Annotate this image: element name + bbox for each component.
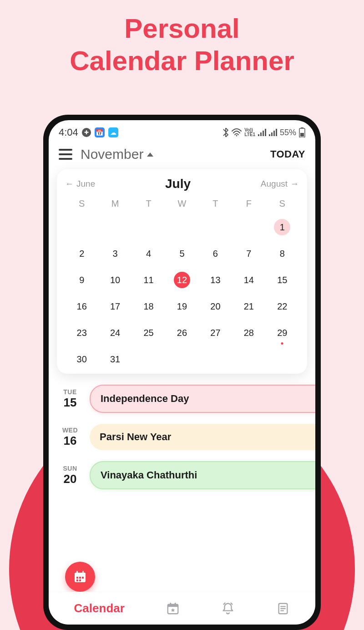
calendar-day[interactable]: 29 [266, 324, 299, 342]
event-row: TUE15Independence Day [58, 385, 315, 413]
calendar-month-nav: ← June July August → [65, 177, 299, 191]
calendar-day[interactable]: 31 [98, 350, 131, 368]
svg-rect-6 [271, 132, 273, 136]
svg-rect-15 [82, 571, 84, 574]
headline-line1: Personal [0, 13, 364, 45]
day-of-week-header: F [232, 196, 265, 210]
svg-rect-17 [79, 577, 81, 579]
nav-notes[interactable] [276, 602, 290, 615]
event-dow: TUE [58, 388, 82, 396]
event-day-number: 16 [58, 434, 82, 448]
event-dow: SUN [58, 465, 82, 472]
svg-rect-18 [82, 577, 84, 579]
status-time: 4:04 [59, 127, 78, 138]
day-of-week-header: T [199, 196, 232, 210]
next-month-label: August [261, 179, 288, 189]
arrow-right-icon: → [290, 179, 299, 189]
event-pill[interactable]: Vinayaka Chathurthi [90, 461, 315, 489]
calendar-day[interactable]: 2 [65, 244, 98, 263]
wifi-icon [232, 128, 242, 137]
calendar-day[interactable]: 3 [98, 244, 131, 263]
chevron-up-icon [147, 152, 153, 157]
calendar-day[interactable]: 17 [98, 297, 131, 315]
calendar-day[interactable]: 28 [232, 324, 265, 342]
calendar-day[interactable]: 26 [165, 324, 198, 342]
calendar-day[interactable]: 25 [132, 324, 165, 342]
calendar-day[interactable]: 16 [65, 297, 98, 315]
calendar-day[interactable]: 12 [165, 271, 198, 289]
svg-rect-3 [263, 131, 264, 136]
calendar-day [232, 218, 265, 236]
calendar-day[interactable]: 18 [132, 297, 165, 315]
note-icon [276, 602, 290, 615]
event-pill[interactable]: Independence Day [90, 385, 315, 413]
calendar-grid: SMTWTFS123456789101112131415161718192021… [65, 196, 299, 368]
calendar-day[interactable]: 19 [165, 297, 198, 315]
calendar-day[interactable]: 14 [232, 271, 265, 289]
phone-frame: 4:04 ✚ 📅 ☁ Vo))LTE1 55% November [43, 115, 321, 630]
day-of-week-header: S [266, 196, 299, 210]
current-month-label: July [165, 177, 191, 191]
nav-reminders[interactable] [221, 602, 235, 615]
arrow-left-icon: ← [65, 179, 74, 189]
status-app-icon-cloud: ☁ [108, 127, 118, 137]
calendar-star-icon [166, 602, 180, 615]
calendar-day[interactable]: 9 [65, 271, 98, 289]
month-dropdown[interactable]: November [81, 147, 262, 162]
nav-events[interactable] [166, 602, 180, 615]
calendar-day[interactable]: 7 [232, 244, 265, 263]
svg-rect-4 [265, 129, 266, 136]
svg-point-0 [236, 135, 238, 137]
day-of-week-header: M [98, 196, 131, 210]
event-pill[interactable]: Parsi New Year [90, 424, 315, 450]
prev-month-button[interactable]: ← June [65, 179, 95, 189]
battery-icon [299, 127, 305, 137]
day-of-week-header: S [65, 196, 98, 210]
calendar-day [98, 218, 131, 236]
day-of-week-header: T [132, 196, 165, 210]
svg-rect-7 [273, 131, 275, 136]
calendar-day[interactable]: 21 [232, 297, 265, 315]
menu-icon[interactable] [59, 149, 72, 160]
event-dow: WED [58, 427, 82, 434]
calendar-day [132, 350, 165, 368]
header-month-label: November [81, 147, 143, 162]
calendar-day[interactable]: 5 [165, 244, 198, 263]
calendar-day[interactable]: 8 [266, 244, 299, 263]
calendar-day[interactable]: 30 [65, 350, 98, 368]
calendar-day[interactable]: 4 [132, 244, 165, 263]
next-month-button[interactable]: August → [261, 179, 299, 189]
calendar-card: ← June July August → SMTWTFS123456789101… [57, 169, 307, 374]
signal-bars-2-icon [269, 129, 277, 136]
today-button[interactable]: TODAY [270, 148, 305, 160]
status-app-icon-1: ✚ [82, 128, 91, 137]
calendar-day[interactable]: 10 [98, 271, 131, 289]
svg-rect-19 [76, 579, 78, 581]
prev-month-label: June [76, 179, 95, 189]
calendar-day[interactable]: 22 [266, 297, 299, 315]
event-day-number: 15 [58, 396, 82, 410]
svg-rect-8 [276, 129, 277, 136]
svg-rect-23 [170, 602, 171, 605]
svg-rect-16 [76, 577, 78, 579]
calendar-day [132, 218, 165, 236]
svg-rect-20 [79, 579, 81, 581]
calendar-day[interactable]: 11 [132, 271, 165, 289]
svg-rect-24 [175, 602, 176, 605]
event-row: WED16Parsi New Year [58, 424, 315, 450]
calendar-day[interactable]: 20 [199, 297, 232, 315]
bluetooth-icon [222, 128, 229, 137]
event-day-number: 20 [58, 472, 82, 486]
nav-calendar[interactable]: Calendar [74, 601, 125, 615]
calendar-day[interactable]: 13 [199, 271, 232, 289]
calendar-day[interactable]: 1 [266, 218, 299, 236]
calendar-add-icon [73, 569, 87, 584]
calendar-day[interactable]: 6 [199, 244, 232, 263]
calendar-day[interactable]: 15 [266, 271, 299, 289]
calendar-day[interactable]: 24 [98, 324, 131, 342]
calendar-day [165, 350, 198, 368]
calendar-day[interactable]: 27 [199, 324, 232, 342]
add-event-fab[interactable] [65, 562, 95, 592]
svg-rect-14 [76, 571, 78, 574]
calendar-day[interactable]: 23 [65, 324, 98, 342]
